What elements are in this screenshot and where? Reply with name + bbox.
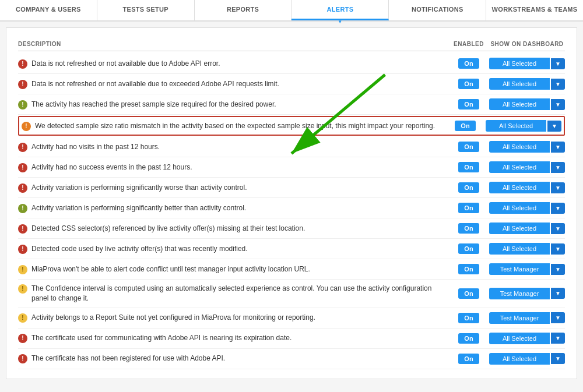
- nav-workstreams[interactable]: WORKSTREAMS & TEAMS: [486, 0, 583, 20]
- alert-icon: !: [18, 224, 27, 234]
- dashboard-dropdown-button[interactable]: All Selected: [489, 182, 550, 193]
- on-toggle-button[interactable]: On: [458, 99, 479, 110]
- nav-company-users[interactable]: COMPANY & USERS: [0, 0, 97, 20]
- alert-text: The certificate used for communicating w…: [31, 333, 292, 343]
- alert-icon: !: [18, 59, 27, 69]
- alert-enabled-cell: On: [448, 288, 489, 299]
- dashboard-dropdown-arrow[interactable]: ▼: [551, 353, 565, 364]
- alert-enabled-cell: On: [448, 333, 489, 344]
- alert-enabled-cell: On: [448, 243, 489, 254]
- alert-row: !The activity has reached the preset sam…: [18, 94, 565, 115]
- alert-dashboard-cell: All Selected▼: [489, 353, 565, 365]
- alerts-content: DESCRIPTION ENABLED SHOW ON DASHBOARD !D…: [6, 27, 577, 379]
- alert-enabled-cell: On: [448, 223, 489, 234]
- alert-enabled-cell: On: [448, 313, 489, 323]
- alert-row: !Activity variation is performing signif…: [18, 178, 565, 198]
- alert-text: Activity variation is performing signifi…: [31, 183, 247, 193]
- dashboard-dropdown-arrow[interactable]: ▼: [551, 223, 565, 234]
- alert-desc-cell: !Activity had no success events in the p…: [18, 163, 448, 172]
- on-toggle-button[interactable]: On: [458, 243, 479, 254]
- alert-enabled-cell: On: [448, 162, 489, 172]
- dashboard-dropdown-button[interactable]: All Selected: [489, 78, 550, 90]
- on-toggle-button[interactable]: On: [458, 288, 479, 299]
- dashboard-dropdown-arrow[interactable]: ▼: [551, 99, 565, 110]
- dashboard-dropdown-button[interactable]: All Selected: [489, 202, 550, 214]
- dashboard-dropdown-button[interactable]: Test Manager: [489, 312, 550, 324]
- alert-desc-cell: !MiaProva won't be able to alert code co…: [18, 264, 448, 274]
- dashboard-dropdown-button[interactable]: All Selected: [489, 333, 550, 344]
- alert-text: Activity had no success events in the pa…: [31, 163, 192, 172]
- alert-enabled-cell: On: [448, 203, 489, 213]
- dashboard-dropdown-button[interactable]: All Selected: [489, 141, 550, 153]
- alert-desc-cell: !The certificate used for communicating …: [18, 333, 448, 343]
- alert-dashboard-cell: Test Manager▼: [489, 312, 565, 324]
- on-toggle-button[interactable]: On: [458, 223, 479, 234]
- dashboard-dropdown-arrow[interactable]: ▼: [551, 264, 565, 275]
- alert-desc-cell: !Detected CSS selector(s) referenced by …: [18, 224, 448, 234]
- dashboard-dropdown-arrow[interactable]: ▼: [551, 79, 565, 90]
- dashboard-dropdown-arrow[interactable]: ▼: [551, 243, 565, 255]
- dashboard-dropdown-arrow[interactable]: ▼: [551, 142, 565, 153]
- on-toggle-button[interactable]: On: [458, 333, 479, 344]
- on-toggle-button[interactable]: On: [458, 354, 479, 364]
- alert-icon: !: [18, 143, 27, 152]
- on-toggle-button[interactable]: On: [458, 182, 479, 193]
- on-toggle-button[interactable]: On: [458, 142, 479, 152]
- alert-row: !Data is not refreshed or not available …: [18, 54, 565, 74]
- nav-reports[interactable]: REPORTS: [195, 0, 292, 20]
- dashboard-dropdown-button[interactable]: All Selected: [489, 161, 550, 173]
- alert-desc-cell: !Activity belongs to a Report Suite not …: [18, 313, 448, 323]
- alert-enabled-cell: On: [448, 58, 489, 69]
- alert-dashboard-cell: All Selected▼: [489, 78, 565, 90]
- alert-row: !Data is not refreshed or not available …: [18, 74, 565, 94]
- dashboard-dropdown-button[interactable]: All Selected: [489, 223, 550, 234]
- alert-enabled-cell: On: [448, 99, 489, 110]
- alert-text: Data is not refreshed or not available d…: [31, 59, 220, 69]
- alert-row: !We detected sample size ratio mismatch …: [18, 116, 565, 136]
- dashboard-dropdown-button[interactable]: All Selected: [486, 120, 546, 132]
- dashboard-dropdown-arrow[interactable]: ▼: [551, 182, 565, 193]
- alert-desc-cell: !Detected code used by live activity off…: [18, 244, 448, 254]
- dashboard-dropdown-arrow[interactable]: ▼: [551, 203, 565, 214]
- dashboard-dropdown-button[interactable]: Test Manager: [489, 263, 550, 275]
- nav-notifications[interactable]: NOTIFICATIONS: [389, 0, 486, 20]
- dashboard-dropdown-button[interactable]: All Selected: [489, 58, 550, 69]
- dashboard-dropdown-arrow[interactable]: ▼: [551, 58, 565, 69]
- alert-enabled-cell: On: [448, 182, 489, 193]
- dashboard-dropdown-button[interactable]: All Selected: [489, 353, 550, 365]
- dashboard-dropdown-arrow[interactable]: ▼: [551, 333, 565, 344]
- alert-dashboard-cell: All Selected▼: [489, 202, 565, 214]
- alert-dashboard-cell: All Selected▼: [486, 120, 561, 132]
- alerts-list: !Data is not refreshed or not available …: [18, 54, 565, 369]
- alert-dashboard-cell: All Selected▼: [489, 141, 565, 153]
- on-toggle-button[interactable]: On: [458, 58, 479, 69]
- alert-text: Activity had no visits in the past 12 ho…: [31, 142, 160, 152]
- dashboard-dropdown-button[interactable]: All Selected: [489, 243, 550, 255]
- dashboard-dropdown-button[interactable]: All Selected: [489, 98, 550, 110]
- alert-text: The activity has reached the preset samp…: [31, 100, 276, 110]
- on-toggle-button[interactable]: On: [458, 313, 479, 323]
- dashboard-dropdown-arrow[interactable]: ▼: [551, 312, 565, 323]
- on-toggle-button[interactable]: On: [458, 203, 479, 213]
- alert-text: Detected CSS selector(s) referenced by l…: [31, 224, 305, 234]
- alert-icon: !: [18, 245, 27, 254]
- alert-dashboard-cell: All Selected▼: [489, 98, 565, 110]
- dashboard-dropdown-arrow[interactable]: ▼: [551, 288, 565, 299]
- alert-text: The Confidence interval is computed usin…: [31, 284, 448, 303]
- alert-text: The certificate has not been registered …: [31, 354, 225, 363]
- nav-alerts[interactable]: ALERTS: [292, 0, 389, 20]
- on-toggle-button[interactable]: On: [458, 79, 479, 89]
- alert-dashboard-cell: All Selected▼: [489, 333, 565, 344]
- on-toggle-button[interactable]: On: [455, 121, 475, 131]
- alert-icon: !: [18, 100, 27, 110]
- alert-desc-cell: !Data is not refreshed or not available …: [18, 79, 448, 89]
- alert-dashboard-cell: Test Manager▼: [489, 288, 565, 299]
- on-toggle-button[interactable]: On: [458, 162, 479, 172]
- dashboard-dropdown-button[interactable]: Test Manager: [489, 288, 550, 299]
- on-toggle-button[interactable]: On: [458, 264, 479, 274]
- dashboard-dropdown-arrow[interactable]: ▼: [551, 162, 565, 173]
- table-headers: DESCRIPTION ENABLED SHOW ON DASHBOARD: [18, 37, 565, 51]
- dashboard-dropdown-arrow[interactable]: ▼: [547, 121, 561, 132]
- nav-tests-setup[interactable]: TESTS SETUP: [97, 0, 195, 20]
- alert-text: Data is not refreshed or not available d…: [31, 79, 279, 89]
